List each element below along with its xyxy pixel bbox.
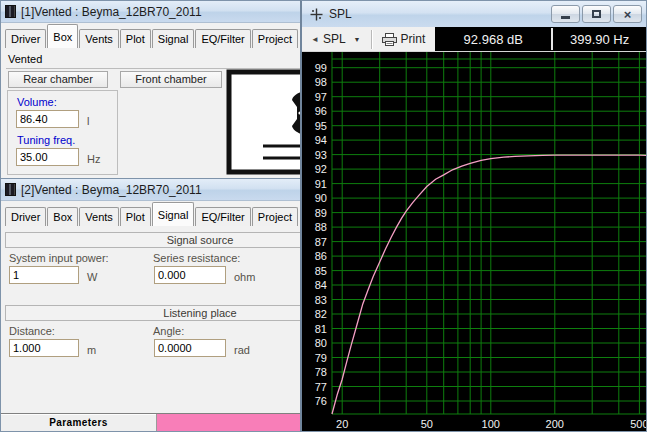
volume-unit: l [87,115,89,127]
window2-tabbar: Driver Box Vents Plot Signal EQ/Filter P… [1,201,301,226]
minimize-icon [561,16,570,19]
printer-icon [382,33,397,46]
svg-text:88: 88 [315,221,327,233]
listening-place-header: Listening place [5,305,302,321]
rear-chamber-button[interactable]: Rear chamber [8,71,108,88]
svg-text:76: 76 [315,395,327,407]
tab-box[interactable]: Box [47,24,78,48]
tab-project[interactable]: Project [252,29,298,48]
crosshair-plot-icon [310,8,323,21]
svg-text:97: 97 [315,91,327,103]
tab-driver[interactable]: Driver [5,29,46,48]
curve-color-strip [157,414,301,431]
series-resistance-unit: ohm [234,271,255,283]
print-button[interactable]: Print [376,29,432,50]
close-button[interactable]: × [613,5,642,23]
tab-vents[interactable]: Vents [79,29,119,48]
svg-text:82: 82 [315,308,327,320]
front-chamber-button[interactable]: Front chamber [120,71,222,88]
angle-unit: rad [234,344,250,356]
tab-eqfilter[interactable]: EQ/Filter [195,29,250,48]
spl-window-title: SPL [329,7,549,21]
project-window-icon [5,183,16,196]
angle-field[interactable] [154,339,226,357]
svg-text:95: 95 [315,120,327,132]
svg-text:93: 93 [315,149,327,161]
svg-text:500: 500 [630,418,647,430]
tuning-freq-unit: Hz [87,153,100,165]
svg-text:83: 83 [315,294,327,306]
series-resistance-label: Series resistance: [153,252,240,264]
tab-signal[interactable]: Signal [152,202,195,226]
svg-text:79: 79 [315,352,327,364]
parameters-button[interactable]: Parameters [1,414,157,431]
print-label: Print [401,32,426,46]
svg-text:50: 50 [421,418,433,430]
angle-label: Angle: [153,325,184,337]
svg-text:85: 85 [315,265,327,277]
maximize-icon [592,10,601,18]
curve-type-label: SPL [323,32,346,46]
svg-text:98: 98 [315,76,327,88]
window2-titlebar[interactable]: [2]Vented : Beyma_12BR70_2011 [1,179,301,201]
tab-signal[interactable]: Signal [152,29,195,48]
signal-source-header: Signal source [5,232,302,248]
svg-text:99: 99 [315,62,327,74]
svg-text:86: 86 [315,250,327,262]
volume-label: Volume: [17,96,57,108]
dropdown-arrow-icon: ▼ [354,36,361,43]
input-power-label: System input power: [9,252,109,264]
volume-input[interactable] [16,110,79,128]
tab-plot[interactable]: Plot [120,207,151,226]
vented-box-diagram [226,69,302,176]
svg-text:84: 84 [315,279,327,291]
window1-titlebar[interactable]: [1]Vented : Beyma_12BR70_2011 [1,1,301,23]
tab-plot[interactable]: Plot [120,29,151,48]
parameters-statusbar: Parameters [1,413,301,431]
toolbar-separator [371,30,372,49]
frequency-readout: 399.90 Hz [553,27,646,51]
window1-tabbar: Driver Box Vents Plot Signal EQ/Filter P… [1,23,301,48]
series-resistance-field[interactable] [154,266,226,284]
spl-toolbar: ◄ SPL ▼ Print 92.968 dB 399.90 Hz [302,27,646,52]
minimize-button[interactable] [551,5,580,23]
box-tab-content: Vented Rear chamber Front chamber Volume… [1,48,301,178]
spl-titlebar[interactable]: SPL × [302,1,646,27]
svg-text:200: 200 [546,418,564,430]
collapse-arrow-icon: ◄ [311,35,319,44]
window1-title: [1]Vented : Beyma_12BR70_2011 [21,5,202,19]
input-power-field[interactable] [9,266,79,284]
project-window-1: [1]Vented : Beyma_12BR70_2011 Driver Box… [0,0,302,179]
project-window-2: [2]Vented : Beyma_12BR70_2011 Driver Box… [0,178,302,432]
svg-text:91: 91 [315,178,327,190]
tuning-freq-label: Tuning freq. [17,134,75,146]
svg-text:87: 87 [315,236,327,248]
svg-text:100: 100 [482,418,500,430]
tab-project[interactable]: Project [252,207,298,226]
tab-driver[interactable]: Driver [5,207,46,226]
input-power-unit: W [87,271,97,283]
project-window-icon [5,5,16,18]
spl-window: SPL × ◄ SPL ▼ Print 92.968 dB 399.90 Hz … [300,0,647,432]
tab-vents[interactable]: Vents [79,207,119,226]
distance-field[interactable] [9,339,79,357]
curve-type-dropdown[interactable]: ◄ SPL ▼ [305,29,367,50]
close-icon: × [624,8,632,21]
svg-text:94: 94 [315,134,327,146]
maximize-button[interactable] [582,5,611,23]
box-type-caption: Vented [6,52,301,69]
spl-frequency-response-chart[interactable]: 7677787980818283848586878889909192939495… [302,52,647,432]
spl-db-readout: 92.968 dB [435,27,551,51]
svg-text:96: 96 [315,105,327,117]
window2-title: [2]Vented : Beyma_12BR70_2011 [21,183,202,197]
cursor-readouts: 92.968 dB 399.90 Hz [435,27,646,51]
tab-box[interactable]: Box [47,207,78,226]
svg-text:78: 78 [315,366,327,378]
distance-unit: m [87,344,96,356]
rear-chamber-panel: Volume: l Tuning freq. Hz [7,90,118,175]
tuning-freq-input[interactable] [16,148,79,166]
tab-eqfilter[interactable]: EQ/Filter [195,207,250,226]
svg-text:90: 90 [315,192,327,204]
svg-text:80: 80 [315,337,327,349]
svg-text:81: 81 [315,323,327,335]
